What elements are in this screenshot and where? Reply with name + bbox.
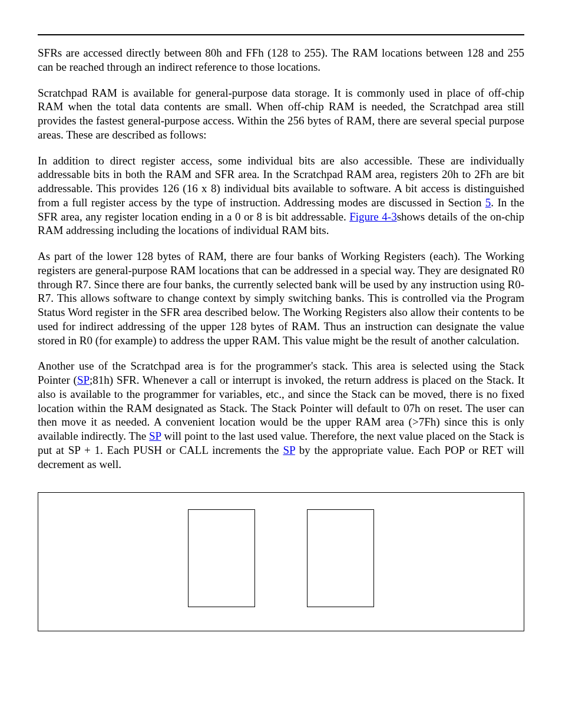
section-5-link[interactable]: 5: [485, 196, 491, 209]
paragraph-bit-addressable: In addition to direct register access, s…: [38, 154, 524, 238]
paragraph-sfr-access: SFRs are accessed directly between 80h a…: [38, 46, 524, 74]
paragraph-scratchpad-intro: Scratchpad RAM is available for general-…: [38, 86, 524, 142]
paragraph-stack: Another use of the Scratchpad area is fo…: [38, 359, 524, 471]
figure-box-right: [307, 509, 374, 607]
paragraph-working-registers: As part of the lower 128 bytes of RAM, t…: [38, 249, 524, 347]
figure-box-left: [188, 509, 255, 607]
text-segment: In addition to direct register access, s…: [38, 154, 524, 209]
sp-link[interactable]: SP: [77, 374, 90, 386]
page-content: SFRs are accessed directly between 80h a…: [0, 0, 562, 667]
figure-container: [38, 492, 524, 631]
sp-link[interactable]: SP: [283, 444, 295, 456]
sp-link[interactable]: SP: [149, 430, 161, 442]
figure-row: [55, 509, 507, 607]
top-rule: [38, 34, 524, 35]
figure-4-3-link[interactable]: Figure 4-3: [349, 210, 396, 223]
